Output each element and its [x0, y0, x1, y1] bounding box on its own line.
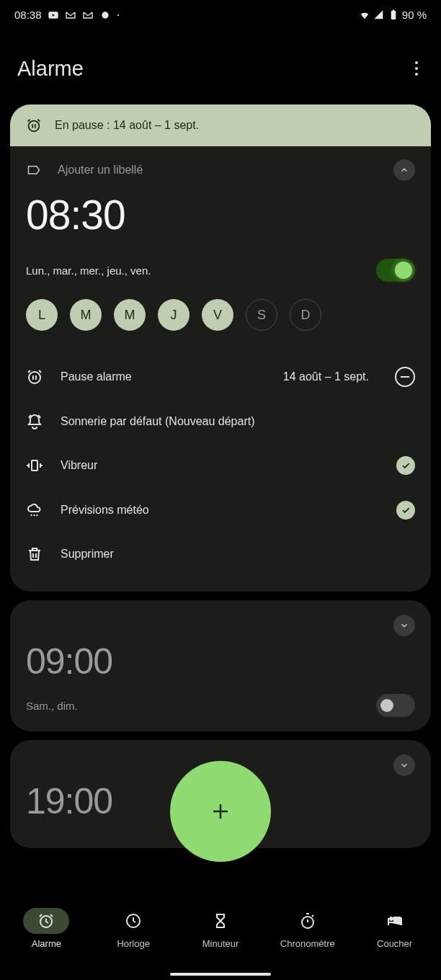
day-selector: L M M J V S D: [26, 299, 415, 331]
add-label-button[interactable]: Ajouter un libellé: [58, 164, 143, 177]
alarm-card-collapsed[interactable]: 09:00 Sam., dim.: [10, 600, 431, 731]
weather-check[interactable]: [396, 501, 415, 520]
home-indicator[interactable]: [170, 973, 271, 976]
remove-pause-button[interactable]: [395, 367, 415, 387]
battery-icon: [388, 9, 399, 21]
overflow-menu-button[interactable]: [409, 55, 424, 81]
page-header: Alarme: [0, 27, 441, 104]
nav-label: Minuteur: [202, 938, 239, 949]
chevron-down-icon: [399, 620, 409, 631]
youtube-icon: [48, 9, 59, 21]
alarm-days-summary: Lun., mar., mer., jeu., ven.: [26, 264, 151, 277]
weather-row[interactable]: Prévisions météo: [26, 488, 415, 533]
alarm-toggle[interactable]: [376, 694, 415, 717]
ringtone-row[interactable]: Sonnerie par défaut (Nouveau départ): [26, 400, 415, 443]
stopwatch-icon: [299, 912, 316, 930]
expand-button[interactable]: [393, 754, 415, 776]
day-chip-fri[interactable]: V: [202, 299, 233, 331]
hourglass-icon: [212, 912, 229, 930]
nav-stopwatch[interactable]: Chronomètre: [264, 908, 351, 949]
delete-label: Supprimer: [61, 548, 415, 561]
chevron-down-icon: [399, 760, 409, 770]
battery-percent: 90 %: [402, 9, 427, 21]
alarm-pause-icon: [26, 368, 43, 386]
bottom-nav: Alarme Horloge Minuteur Chronomètre Couc…: [0, 901, 441, 980]
label-icon: [26, 164, 42, 177]
chevron-up-icon: [399, 165, 409, 175]
nav-clock[interactable]: Horloge: [90, 908, 177, 949]
pause-alarm-row[interactable]: Pause alarme 14 août – 1 sept.: [26, 354, 415, 400]
gmail-icon: [82, 9, 94, 21]
vibrate-check[interactable]: [396, 456, 415, 475]
day-chip-mon[interactable]: L: [26, 299, 58, 331]
alarm-toggle[interactable]: [376, 259, 415, 282]
svg-point-4: [29, 121, 40, 132]
svg-rect-3: [392, 9, 394, 10]
nav-label: Chronomètre: [280, 938, 335, 949]
svg-rect-2: [391, 11, 396, 19]
alarm-pause-icon: [26, 117, 42, 133]
nav-bedtime[interactable]: Coucher: [351, 908, 438, 949]
svg-point-1: [102, 12, 108, 18]
wifi-icon: [359, 9, 370, 21]
status-time: 08:38: [14, 9, 42, 21]
day-chip-tue[interactable]: M: [70, 299, 102, 331]
bell-icon: [26, 413, 43, 430]
svg-point-5: [29, 372, 40, 383]
nav-timer[interactable]: Minuteur: [177, 908, 264, 949]
nav-alarm[interactable]: Alarme: [3, 908, 90, 949]
notification-icon: [99, 9, 111, 21]
weather-icon: [26, 502, 43, 519]
weather-label: Prévisions météo: [61, 504, 379, 517]
pause-banner[interactable]: En pause : 14 août – 1 sept.: [10, 104, 431, 146]
ringtone-label: Sonnerie par défaut (Nouveau départ): [61, 415, 415, 428]
svg-rect-6: [32, 460, 37, 471]
nav-label: Horloge: [117, 938, 150, 949]
pause-alarm-label: Pause alarme: [61, 370, 266, 383]
vibrate-icon: [26, 457, 43, 474]
delete-row[interactable]: Supprimer: [26, 533, 415, 576]
status-bar: 08:38 · 90 %: [0, 0, 441, 27]
signal-icon: [373, 9, 385, 21]
bed-icon: [386, 912, 404, 930]
expand-button[interactable]: [393, 615, 415, 636]
pause-banner-text: En pause : 14 août – 1 sept.: [55, 119, 199, 132]
alarm-days-summary: Sam., dim.: [26, 700, 78, 712]
alarm-card-expanded: En pause : 14 août – 1 sept. Ajouter un …: [10, 104, 431, 592]
day-chip-sun[interactable]: D: [290, 299, 321, 331]
day-chip-wed[interactable]: M: [114, 299, 146, 331]
alarm-time[interactable]: 08:30: [26, 191, 415, 239]
nav-label: Alarme: [32, 938, 61, 949]
alarm-time[interactable]: 09:00: [26, 641, 415, 682]
vibrate-label: Vibreur: [61, 459, 379, 472]
alarm-icon: [37, 912, 55, 930]
day-chip-thu[interactable]: J: [158, 299, 190, 331]
trash-icon: [26, 545, 43, 563]
add-alarm-button[interactable]: [170, 761, 271, 862]
clock-icon: [125, 912, 142, 930]
pause-alarm-value: 14 août – 1 sept.: [283, 370, 369, 383]
vibrate-row[interactable]: Vibreur: [26, 443, 415, 488]
plus-icon: [210, 801, 231, 822]
nav-label: Coucher: [377, 938, 412, 949]
more-notifications: ·: [117, 7, 120, 22]
gmail-icon: [65, 9, 76, 21]
collapse-button[interactable]: [393, 159, 415, 181]
page-title: Alarme: [17, 57, 84, 81]
day-chip-sat[interactable]: S: [246, 299, 277, 331]
